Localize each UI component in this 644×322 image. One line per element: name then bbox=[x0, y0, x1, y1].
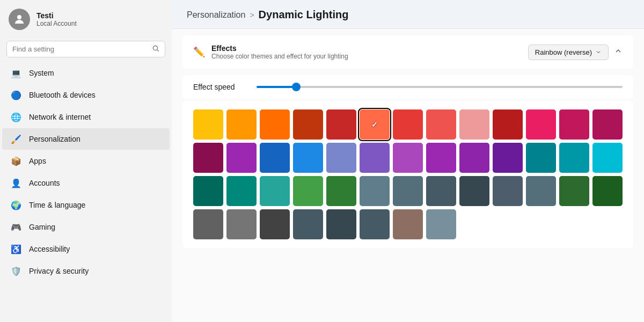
sidebar-item-privacy[interactable]: 🛡️Privacy & security bbox=[2, 260, 170, 282]
sidebar-item-label-system: System bbox=[29, 69, 54, 77]
color-swatch[interactable] bbox=[260, 143, 290, 173]
user-subtitle: Local Account bbox=[36, 20, 77, 27]
color-swatch[interactable] bbox=[193, 209, 223, 239]
color-swatch[interactable] bbox=[226, 109, 257, 140]
color-swatch[interactable] bbox=[293, 209, 323, 239]
user-name: Testi bbox=[36, 11, 77, 20]
color-swatch[interactable] bbox=[260, 176, 290, 206]
color-swatch[interactable] bbox=[426, 143, 456, 173]
sidebar-item-accessibility[interactable]: ♿Accessibility bbox=[2, 238, 170, 260]
effects-dropdown[interactable]: Rainbow (reverse) bbox=[528, 45, 609, 60]
color-swatch[interactable] bbox=[193, 109, 223, 140]
time-icon: 🌍 bbox=[11, 200, 21, 210]
color-swatch[interactable] bbox=[293, 176, 323, 206]
sidebar-item-label-accessibility: Accessibility bbox=[29, 245, 70, 253]
color-swatch[interactable] bbox=[592, 143, 623, 173]
sidebar-item-label-gaming: Gaming bbox=[29, 223, 55, 231]
color-swatch[interactable] bbox=[326, 209, 356, 239]
color-swatch[interactable] bbox=[226, 209, 257, 239]
speed-row: Effect speed bbox=[182, 75, 633, 99]
color-swatch[interactable] bbox=[326, 109, 356, 140]
color-swatch[interactable] bbox=[459, 176, 489, 206]
system-icon: 💻 bbox=[11, 68, 21, 78]
color-swatch[interactable] bbox=[326, 143, 356, 173]
effects-title: Effects bbox=[211, 44, 348, 53]
collapse-button[interactable] bbox=[614, 47, 623, 57]
color-swatch[interactable] bbox=[293, 109, 323, 140]
color-swatch[interactable] bbox=[393, 109, 423, 140]
sidebar-item-bluetooth[interactable]: 🔵Bluetooth & devices bbox=[2, 84, 170, 106]
speed-slider[interactable] bbox=[257, 86, 623, 88]
color-swatch[interactable] bbox=[260, 109, 290, 140]
avatar[interactable] bbox=[9, 9, 30, 30]
sidebar-item-apps[interactable]: 📦Apps bbox=[2, 150, 170, 172]
sidebar-item-time[interactable]: 🌍Time & language bbox=[2, 194, 170, 216]
color-swatch[interactable] bbox=[526, 176, 556, 206]
color-swatch[interactable] bbox=[393, 209, 423, 239]
color-swatch[interactable] bbox=[426, 109, 456, 140]
color-swatch[interactable] bbox=[260, 209, 290, 239]
color-swatch[interactable] bbox=[426, 176, 456, 206]
color-swatch[interactable] bbox=[526, 143, 556, 173]
effects-title-area: ✏️ Effects Choose color themes and effec… bbox=[193, 44, 348, 60]
main-content: Personalization > Dynamic Lighting ✏️ Ef… bbox=[172, 0, 644, 322]
sidebar-item-system[interactable]: 💻System bbox=[2, 62, 170, 84]
svg-line-2 bbox=[157, 50, 159, 52]
color-swatch[interactable] bbox=[226, 176, 257, 206]
color-swatch[interactable] bbox=[559, 143, 589, 173]
color-swatch[interactable] bbox=[459, 143, 489, 173]
color-swatch[interactable] bbox=[193, 143, 223, 173]
color-swatch[interactable] bbox=[193, 176, 223, 206]
content-area: ✏️ Effects Choose color themes and effec… bbox=[172, 29, 644, 322]
sidebar-item-label-accounts: Accounts bbox=[29, 179, 60, 187]
color-grid bbox=[193, 109, 623, 239]
effects-text: Effects Choose color themes and effect f… bbox=[211, 44, 348, 60]
apps-icon: 📦 bbox=[11, 156, 21, 166]
color-swatch[interactable] bbox=[592, 109, 623, 140]
accounts-icon: 👤 bbox=[11, 178, 21, 188]
network-icon: 🌐 bbox=[11, 112, 21, 122]
sidebar: Testi Local Account 💻System🔵Bluetooth & … bbox=[0, 0, 172, 322]
color-swatch[interactable] bbox=[360, 176, 390, 206]
color-grid-section bbox=[182, 101, 633, 248]
color-swatch[interactable] bbox=[393, 176, 423, 206]
color-swatch[interactable] bbox=[360, 109, 390, 140]
color-swatch[interactable] bbox=[393, 143, 423, 173]
color-swatch[interactable] bbox=[293, 143, 323, 173]
sidebar-item-label-network: Network & internet bbox=[29, 113, 91, 121]
user-section: Testi Local Account bbox=[0, 0, 172, 39]
color-swatch[interactable] bbox=[326, 176, 356, 206]
effects-dropdown-value: Rainbow (reverse) bbox=[535, 48, 592, 56]
sidebar-item-network[interactable]: 🌐Network & internet bbox=[2, 106, 170, 128]
page-header: Personalization > Dynamic Lighting bbox=[172, 0, 644, 29]
chevron-up-icon bbox=[614, 47, 623, 55]
svg-point-0 bbox=[17, 15, 21, 19]
color-swatch[interactable] bbox=[493, 176, 523, 206]
effects-header: ✏️ Effects Choose color themes and effec… bbox=[193, 44, 623, 60]
color-swatch[interactable] bbox=[360, 143, 390, 173]
breadcrumb-parent: Personalization bbox=[187, 10, 245, 20]
sidebar-item-label-personalization: Personalization bbox=[29, 135, 80, 143]
search-input[interactable] bbox=[12, 45, 148, 53]
color-swatch[interactable] bbox=[360, 209, 390, 239]
color-swatch[interactable] bbox=[226, 143, 257, 173]
color-swatch[interactable] bbox=[493, 109, 523, 140]
color-swatch[interactable] bbox=[459, 109, 489, 140]
breadcrumb-current: Dynamic Lighting bbox=[259, 9, 349, 21]
search-box[interactable] bbox=[6, 41, 165, 57]
color-swatch[interactable] bbox=[426, 209, 456, 239]
color-swatch[interactable] bbox=[559, 176, 589, 206]
gaming-icon: 🎮 bbox=[11, 222, 21, 232]
sidebar-item-label-bluetooth: Bluetooth & devices bbox=[29, 91, 96, 99]
accessibility-icon: ♿ bbox=[11, 244, 21, 254]
speed-label: Effect speed bbox=[193, 83, 235, 91]
color-swatch[interactable] bbox=[592, 176, 623, 206]
color-swatch[interactable] bbox=[526, 109, 556, 140]
color-swatch[interactable] bbox=[493, 143, 523, 173]
sidebar-item-gaming[interactable]: 🎮Gaming bbox=[2, 216, 170, 238]
color-swatch[interactable] bbox=[559, 109, 589, 140]
svg-point-1 bbox=[153, 46, 157, 50]
sidebar-item-accounts[interactable]: 👤Accounts bbox=[2, 172, 170, 194]
sidebar-item-personalization[interactable]: 🖌️Personalization bbox=[2, 128, 170, 150]
sidebar-item-label-time: Time & language bbox=[29, 201, 85, 209]
